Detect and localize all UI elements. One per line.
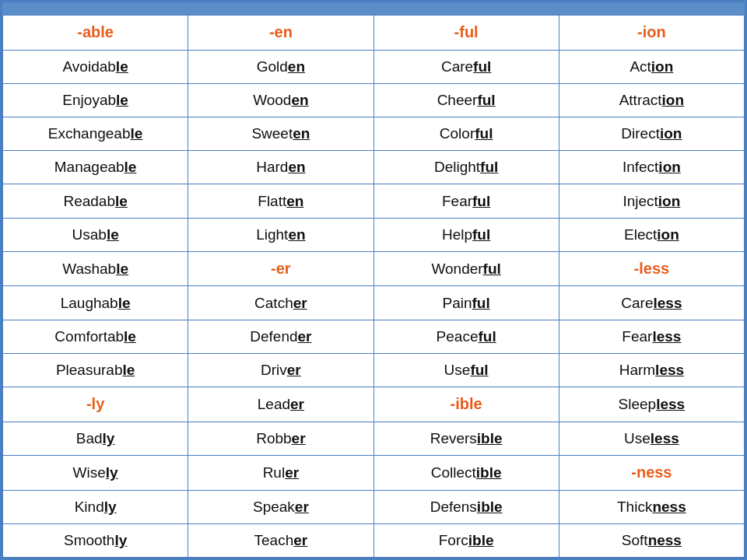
suffix-part: en (288, 159, 305, 175)
table-row: Collectible (374, 455, 559, 490)
column-suffix-header: -en (188, 16, 374, 51)
table-row: Reversible (374, 422, 559, 455)
table-row: Enjoyable (3, 83, 188, 117)
table-row: Cheerful (374, 83, 559, 117)
suffix-part: le (124, 328, 136, 345)
table-row: Colorful (374, 117, 559, 151)
table-row: Direction (559, 117, 744, 151)
suffix-part: ion (657, 226, 679, 243)
table-row: Infection (559, 151, 744, 184)
suffix-part: ful (470, 362, 488, 378)
table-row: Exchangeable (3, 117, 188, 151)
table-row: Lighten (188, 218, 374, 251)
suffix-part: le (118, 295, 131, 311)
column-suffix-header: -able (3, 16, 188, 51)
table-row: Sleepless (559, 387, 744, 422)
column-suffix-header: -ful (374, 16, 559, 51)
suffix-part: ful (472, 295, 490, 311)
table-row: Forcible (374, 523, 559, 557)
table-row: Softness (559, 523, 744, 557)
inline-suffix-header: -er (188, 251, 374, 286)
suffix-part: less (655, 362, 684, 378)
suffix-part: en (286, 193, 303, 209)
suffix-part: en (288, 58, 305, 75)
suffix-part: er (290, 396, 304, 412)
table-row: Pleasurable (3, 353, 188, 387)
suffix-part: less (653, 295, 682, 311)
table-row: Avoidable (3, 50, 188, 83)
inline-suffix-header: -ness (559, 455, 744, 490)
suffix-part: ful (472, 226, 490, 243)
suffix-part: ion (660, 125, 682, 142)
table-row: Laughable (3, 286, 188, 320)
table-row: Harden (188, 151, 374, 184)
suffix-part: ible (477, 499, 503, 515)
table-row: Helpful (374, 218, 559, 251)
suffix-part: ion (658, 193, 681, 209)
table-row: Action (559, 50, 744, 83)
suffix-part: en (293, 125, 310, 142)
table-row: Comfortable (3, 320, 188, 353)
suffix-part: le (131, 125, 143, 142)
header (2, 2, 745, 15)
table-row: Teacher (188, 523, 374, 557)
table-row: Kindly (3, 490, 188, 523)
table-row: Robber (188, 422, 374, 455)
table-row: Flatten (188, 184, 374, 218)
table-row: Thickness (559, 490, 744, 523)
suffix-part: ly (103, 430, 115, 446)
suffix-part: en (288, 226, 305, 243)
table-row: Election (559, 218, 744, 251)
table-row: Useful (374, 353, 559, 387)
table-row: Wisely (3, 455, 188, 490)
suffix-part: er (285, 464, 299, 481)
table-row: Badly (3, 422, 188, 455)
table-row: Ruler (188, 455, 374, 490)
table-row: Golden (188, 50, 374, 83)
table-row: Defensible (374, 490, 559, 523)
table-row: Delightful (374, 151, 559, 184)
inline-suffix-header: -less (559, 251, 744, 286)
suffix-part: ly (104, 499, 117, 515)
table-row: Driver (188, 353, 374, 387)
suffix-part: ful (472, 193, 490, 209)
table-row: Defender (188, 320, 374, 353)
table-row: Injection (559, 184, 744, 218)
word-table: -able-en-ful-ionAvoidableGoldenCarefulAc… (2, 15, 745, 558)
table-row: Smoothly (3, 523, 188, 557)
suffix-part: less (652, 328, 681, 345)
suffix-part: ful (478, 328, 496, 345)
suffix-part: ful (473, 58, 491, 75)
table-row: Sweeten (188, 117, 374, 151)
suffix-part: er (295, 499, 309, 515)
suffix-part: ible (476, 464, 502, 481)
suffix-part: le (107, 226, 119, 243)
suffix-part: ful (483, 261, 501, 277)
suffix-part: ion (651, 58, 674, 75)
suffix-part: er (293, 295, 307, 311)
table-row: Speaker (188, 490, 374, 523)
suffix-part: le (116, 58, 128, 75)
column-suffix-header: -ion (559, 16, 744, 51)
suffix-part: less (656, 396, 685, 412)
suffix-part: er (292, 430, 306, 446)
suffix-part: le (116, 261, 128, 277)
suffix-part: le (124, 159, 137, 175)
suffix-part: ful (477, 92, 495, 108)
table-row: Washable (3, 251, 188, 286)
inline-suffix-header: -ly (3, 387, 188, 422)
table-row: Painful (374, 286, 559, 320)
table-row: Wonderful (374, 251, 559, 286)
table-row: Readable (3, 184, 188, 218)
table-row: Fearless (559, 320, 744, 353)
suffix-part: er (298, 328, 312, 345)
table-row: Manageable (3, 151, 188, 184)
suffix-part: ness (648, 532, 682, 548)
suffix-part: er (287, 362, 301, 378)
suffix-part: le (116, 92, 128, 108)
table-row: Harmless (559, 353, 744, 387)
suffix-part: ful (475, 125, 493, 142)
suffix-part: ly (106, 464, 118, 481)
suffix-part: le (122, 362, 135, 378)
suffix-part: er (293, 532, 307, 548)
